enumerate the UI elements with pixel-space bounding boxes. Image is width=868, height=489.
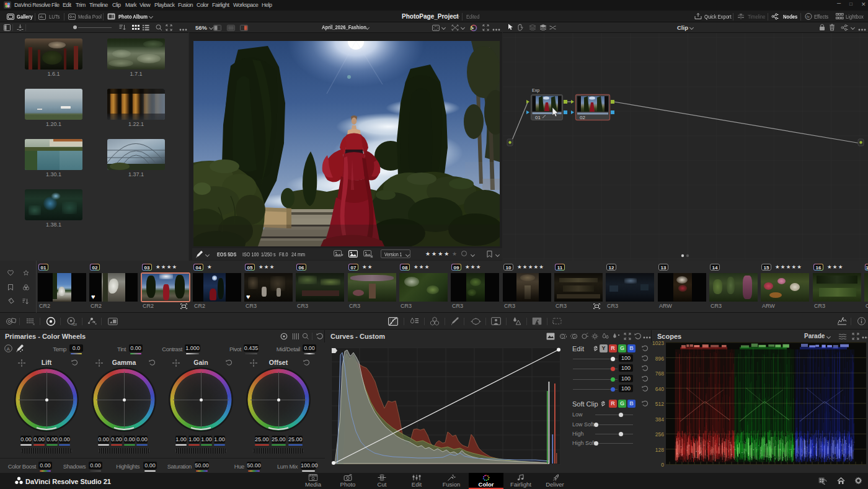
- svg-text:02: 02: [580, 115, 585, 120]
- svg-text:HDR: HDR: [72, 323, 78, 326]
- svg-text:fx: fx: [807, 15, 810, 19]
- svg-text:Exp: Exp: [532, 88, 539, 93]
- svg-text:01: 01: [535, 115, 541, 120]
- svg-text:A: A: [7, 346, 11, 352]
